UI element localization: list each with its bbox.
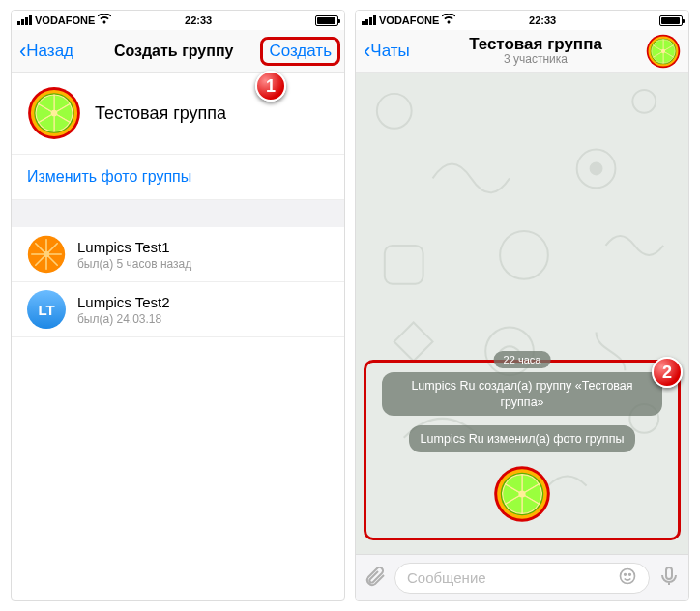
attach-icon[interactable] — [364, 565, 387, 592]
nav-bar: ‹ Назад Создать группу Создать — [12, 30, 344, 73]
sys-group-photo[interactable] — [490, 462, 554, 526]
svg-point-18 — [625, 574, 627, 576]
battery-icon — [315, 15, 338, 26]
step-badge-1: 1 — [255, 71, 286, 102]
sticker-icon[interactable] — [618, 567, 637, 589]
message-input[interactable]: Сообщение — [394, 563, 650, 594]
group-avatar[interactable] — [27, 86, 81, 140]
sys-msg-1: Lumpics Ru изменил(а) фото группы — [409, 425, 636, 452]
member-status-0: был(а) 5 часов назад — [77, 257, 191, 271]
wifi-icon — [442, 14, 455, 27]
chat-body[interactable]: 22 часа Lumpics Ru создал(а) группу «Тес… — [356, 73, 688, 554]
svg-point-13 — [591, 162, 602, 174]
change-photo-button[interactable]: Изменить фото группы — [12, 154, 344, 200]
status-bar: VODAFONE 22:33 — [356, 11, 688, 30]
section-gap — [12, 200, 344, 227]
back-label: Назад — [26, 42, 73, 61]
svg-point-19 — [629, 574, 631, 576]
nav-title: Создать группу — [87, 43, 260, 60]
carrier-label: VODAFONE — [35, 15, 95, 26]
member-avatar-0 — [27, 235, 66, 274]
member-avatar-1: LT — [27, 290, 66, 329]
screen-chat: VODAFONE 22:33 ‹ Чаты Тестовая группа 3 … — [355, 10, 689, 601]
chat-header-avatar[interactable] — [646, 34, 681, 69]
clock: 22:33 — [185, 15, 212, 26]
create-button[interactable]: Создать — [260, 37, 340, 66]
nav-bar: ‹ Чаты Тестовая группа 3 участника — [356, 30, 688, 73]
signal-icon — [362, 15, 376, 25]
step-badge-2: 2 — [652, 357, 683, 388]
svg-point-11 — [632, 90, 656, 113]
sys-msg-0: Lumpics Ru создал(а) группу «Тестовая гр… — [382, 372, 663, 416]
chat-title: Тестовая группа — [469, 36, 602, 54]
mic-icon[interactable] — [657, 565, 681, 592]
member-name-0: Lumpics Test1 — [77, 239, 191, 255]
clock: 22:33 — [529, 15, 556, 26]
message-placeholder: Сообщение — [407, 569, 486, 586]
member-row-1[interactable]: LT Lumpics Test2 был(а) 24.03.18 — [12, 282, 344, 337]
svg-point-17 — [621, 569, 635, 584]
wifi-icon — [98, 14, 111, 27]
member-name-1: Lumpics Test2 — [77, 294, 170, 310]
status-bar: VODAFONE 22:33 — [12, 11, 344, 30]
screen-create-group: VODAFONE 22:33 ‹ Назад Создать группу Со… — [11, 10, 345, 601]
group-name-row[interactable]: Тестовая группа — [12, 73, 344, 154]
member-status-1: был(а) 24.03.18 — [77, 312, 170, 326]
message-input-bar: Сообщение — [356, 554, 688, 600]
svg-rect-14 — [385, 246, 423, 284]
back-chats-button[interactable]: ‹ Чаты — [364, 39, 431, 64]
chevron-left-icon: ‹ — [19, 39, 26, 64]
svg-point-10 — [377, 94, 412, 129]
group-name-input[interactable]: Тестовая группа — [95, 103, 226, 124]
carrier-label: VODAFONE — [379, 15, 439, 26]
back-label: Чаты — [370, 42, 409, 61]
date-pill: 22 часа — [494, 351, 551, 368]
member-row-0[interactable]: Lumpics Test1 был(а) 5 часов назад — [12, 227, 344, 282]
svg-rect-20 — [666, 567, 672, 579]
chat-subtitle: 3 участника — [504, 53, 568, 66]
back-button[interactable]: ‹ Назад — [19, 39, 87, 64]
system-messages-highlight: 22 часа Lumpics Ru создал(а) группу «Тес… — [364, 360, 681, 540]
signal-icon — [17, 15, 32, 25]
chevron-left-icon: ‹ — [364, 39, 370, 64]
battery-icon — [659, 15, 683, 26]
chat-title-block[interactable]: Тестовая группа 3 участника — [469, 36, 602, 67]
